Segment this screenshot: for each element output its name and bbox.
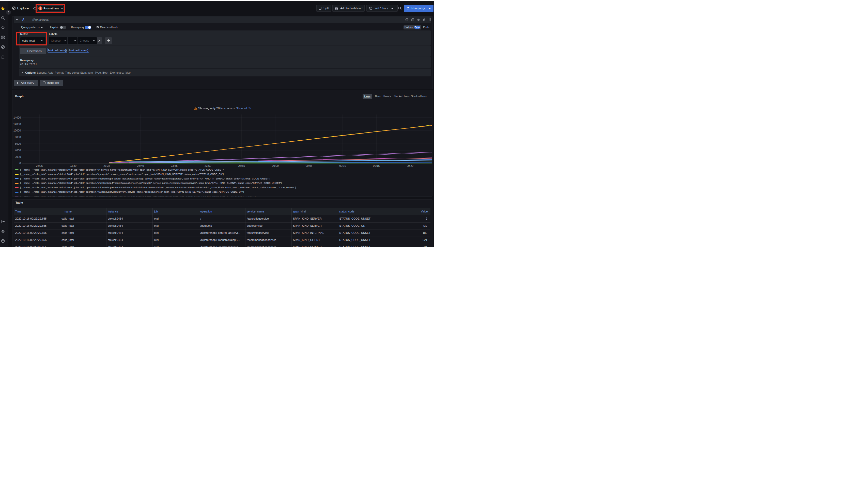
- svg-text:0: 0: [19, 162, 21, 165]
- svg-text:00:10: 00:10: [339, 164, 346, 167]
- svg-text:23:30: 23:30: [70, 164, 76, 167]
- svg-text:23:40: 23:40: [137, 164, 144, 167]
- svg-text:4000: 4000: [15, 149, 21, 152]
- svg-text:12000: 12000: [13, 122, 21, 126]
- svg-text:00:00: 00:00: [272, 164, 278, 167]
- svg-text:10000: 10000: [13, 129, 21, 132]
- svg-text:23:35: 23:35: [104, 164, 110, 167]
- svg-text:14000: 14000: [13, 116, 21, 119]
- svg-text:8000: 8000: [15, 136, 21, 139]
- svg-text:00:20: 00:20: [406, 164, 413, 167]
- svg-text:2000: 2000: [15, 155, 21, 158]
- svg-text:23:25: 23:25: [36, 164, 43, 167]
- svg-text:00:05: 00:05: [305, 164, 312, 167]
- svg-text:23:55: 23:55: [238, 164, 245, 167]
- svg-text:23:50: 23:50: [204, 164, 211, 167]
- svg-text:00:15: 00:15: [373, 164, 380, 167]
- svg-text:6000: 6000: [15, 142, 21, 145]
- svg-text:23:45: 23:45: [171, 164, 177, 167]
